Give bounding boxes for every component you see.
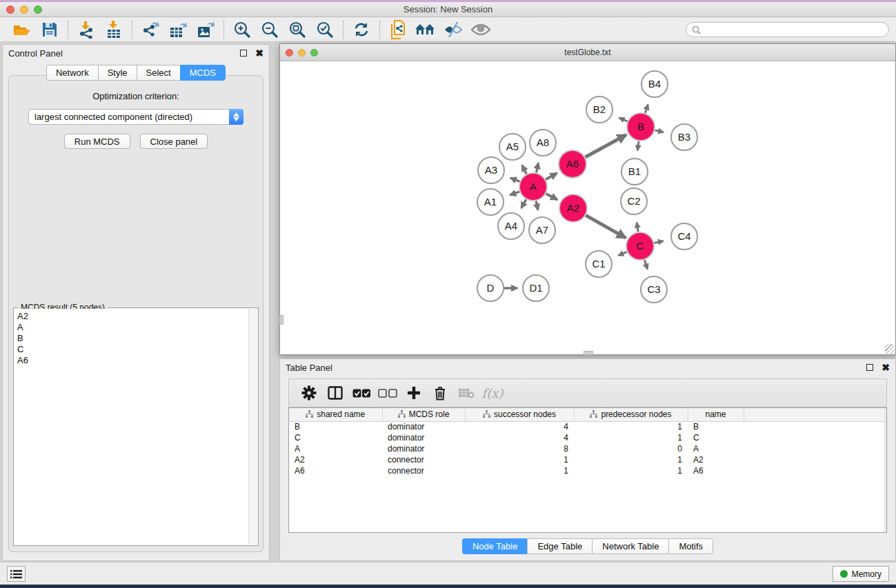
zoom-out-button[interactable] xyxy=(256,19,283,40)
graph-edge-B-B4[interactable] xyxy=(645,105,648,114)
create-column-button[interactable] xyxy=(401,381,427,405)
export-network-button[interactable] xyxy=(137,19,164,40)
clone-network-button[interactable] xyxy=(384,19,412,40)
table-options-button[interactable] xyxy=(296,381,322,405)
float-panel-icon[interactable] xyxy=(866,364,873,371)
graph-node-C[interactable]: C xyxy=(626,232,654,260)
graph-node-A7[interactable]: A7 xyxy=(529,217,555,243)
graph-edge-B-B3[interactable] xyxy=(655,130,663,132)
column-header[interactable]: shared name xyxy=(289,408,382,421)
column-header[interactable]: predecessor nodes xyxy=(574,408,688,421)
tab-style[interactable]: Style xyxy=(98,65,137,81)
graph-node-A5[interactable]: A5 xyxy=(499,134,526,160)
zoom-fit-selected-button[interactable] xyxy=(311,19,339,40)
zoom-actual-size-button[interactable] xyxy=(283,19,311,40)
graph-node-C1[interactable]: C1 xyxy=(586,251,612,277)
graph-edge-A2-C[interactable] xyxy=(586,215,626,238)
network-graph[interactable]: B4B2BB3A8A5A6A3B1AC2A1A2A4A7C4CC1C3DD1 xyxy=(280,61,895,354)
zoom-in-button[interactable] xyxy=(228,19,256,40)
network-window-titlebar[interactable]: testGlobe.txt xyxy=(280,44,895,61)
graph-edge-C-C1[interactable] xyxy=(618,252,626,255)
save-session-button[interactable] xyxy=(36,19,63,40)
run-mcds-button[interactable]: Run MCDS xyxy=(64,134,130,149)
tab-network[interactable]: Network xyxy=(46,65,98,81)
graph-node-C3[interactable]: C3 xyxy=(641,276,667,303)
first-neighbors-button[interactable] xyxy=(412,19,439,40)
result-item[interactable]: A6 xyxy=(14,355,248,366)
resize-grip-icon[interactable] xyxy=(885,344,895,354)
graph-edge-A-A8[interactable] xyxy=(536,163,538,172)
graph-node-B2[interactable]: B2 xyxy=(586,97,613,123)
column-header[interactable]: MCDS role xyxy=(382,408,465,421)
criterion-select[interactable]: largest connected component (directed) xyxy=(28,109,243,125)
memory-button[interactable]: Memory xyxy=(833,566,889,582)
refresh-view-button[interactable] xyxy=(348,19,375,40)
import-network-button[interactable] xyxy=(72,19,100,40)
mcds-result-list[interactable]: A2ABCA6 xyxy=(14,309,248,545)
result-item[interactable]: C xyxy=(14,344,248,355)
table-row[interactable]: A6connector11A6 xyxy=(289,465,886,476)
graph-edge-C-C2[interactable] xyxy=(637,223,638,232)
graph-node-B[interactable]: B xyxy=(627,113,655,141)
close-panel-icon[interactable]: ✖ xyxy=(882,364,890,371)
result-item[interactable]: B xyxy=(14,333,248,344)
deselect-all-rows-button[interactable] xyxy=(375,381,401,405)
graph-edge-C-C3[interactable] xyxy=(644,260,647,269)
graph-node-C4[interactable]: C4 xyxy=(671,223,697,250)
network-canvas[interactable]: B4B2BB3A8A5A6A3B1AC2A1A2A4A7C4CC1C3DD1 xyxy=(280,61,895,354)
delete-column-button[interactable] xyxy=(427,381,453,405)
graph-edge-A-A1[interactable] xyxy=(510,192,519,195)
search-input[interactable] xyxy=(704,25,883,34)
hide-selected-button[interactable] xyxy=(439,19,467,40)
graph-edge-B-B2[interactable] xyxy=(619,118,628,121)
task-history-button[interactable] xyxy=(7,566,26,582)
tab-motifs[interactable]: Motifs xyxy=(668,538,713,554)
table-row[interactable]: A2connector11A2 xyxy=(289,454,886,465)
result-item[interactable]: A2 xyxy=(14,311,248,322)
graph-node-A8[interactable]: A8 xyxy=(530,130,556,156)
splitter-handle[interactable] xyxy=(584,351,593,355)
table-row[interactable]: Adominator80A xyxy=(289,443,886,454)
float-panel-icon[interactable] xyxy=(240,50,247,57)
tab-network-table[interactable]: Network Table xyxy=(592,538,668,554)
tab-node-table[interactable]: Node Table xyxy=(462,538,528,554)
splitter-handle[interactable] xyxy=(279,315,283,325)
table-row[interactable]: Cdominator41C xyxy=(289,432,886,443)
graph-node-B3[interactable]: B3 xyxy=(671,124,697,150)
close-panel-icon[interactable]: ✖ xyxy=(255,50,263,57)
result-scrollbar[interactable] xyxy=(248,309,257,545)
graph-edge-A-A3[interactable] xyxy=(510,178,520,181)
table-row[interactable]: Bdominator41B xyxy=(289,421,886,432)
graph-node-A[interactable]: A xyxy=(519,173,547,201)
search-field[interactable] xyxy=(686,22,889,37)
graph-node-B4[interactable]: B4 xyxy=(641,71,668,97)
export-image-button[interactable] xyxy=(192,19,219,40)
export-table-button[interactable] xyxy=(164,19,192,40)
graph-node-A6[interactable]: A6 xyxy=(559,150,586,178)
graph-node-A4[interactable]: A4 xyxy=(498,213,524,239)
graph-edge-C-C4[interactable] xyxy=(655,241,664,243)
graph-edge-B-B1[interactable] xyxy=(637,141,639,150)
graph-edge-A-A4[interactable] xyxy=(521,199,526,208)
graph-edge-A6-B[interactable] xyxy=(585,134,626,156)
column-visibility-button[interactable] xyxy=(322,381,348,405)
graph-node-A3[interactable]: A3 xyxy=(478,157,504,183)
graph-node-A1[interactable]: A1 xyxy=(477,189,504,215)
tab-mcds[interactable]: MCDS xyxy=(180,65,226,81)
result-item[interactable]: A xyxy=(14,322,248,333)
graph-edge-A-A7[interactable] xyxy=(536,201,538,210)
graph-edge-A-A5[interactable] xyxy=(522,165,527,174)
tab-edge-table[interactable]: Edge Table xyxy=(527,538,592,554)
node-table[interactable]: shared nameMCDS rolesuccessor nodesprede… xyxy=(288,407,887,533)
graph-node-A2[interactable]: A2 xyxy=(559,194,587,222)
close-panel-button[interactable]: Close panel xyxy=(140,134,208,149)
column-header[interactable]: name xyxy=(688,408,744,421)
show-all-button[interactable] xyxy=(467,19,495,40)
graph-node-B1[interactable]: B1 xyxy=(621,159,648,185)
graph-node-D[interactable]: D xyxy=(477,275,504,301)
graph-node-D1[interactable]: D1 xyxy=(523,275,549,301)
import-table-button[interactable] xyxy=(100,19,128,40)
column-header[interactable]: successor nodes xyxy=(465,408,574,421)
table-scrollbar[interactable] xyxy=(884,408,886,532)
graph-edge-A-A6[interactable] xyxy=(546,173,557,179)
